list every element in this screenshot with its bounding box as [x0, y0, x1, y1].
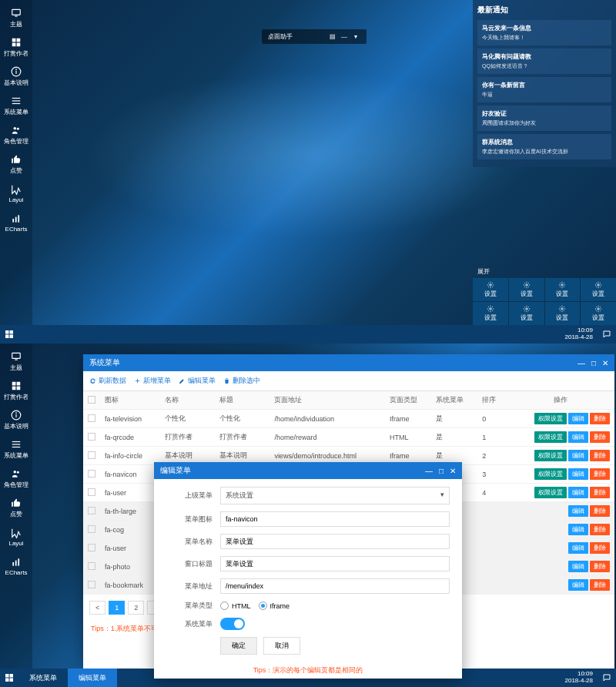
- widget-btn-1[interactable]: ▤: [328, 33, 337, 40]
- chat-icon[interactable]: [598, 673, 616, 682]
- radio-iframe[interactable]: Iframe: [259, 602, 290, 610]
- delete-button[interactable]: 删除: [590, 524, 610, 535]
- page-2[interactable]: 2: [128, 601, 144, 615]
- sidebar-item-menu[interactable]: 系统菜单: [0, 91, 32, 120]
- delete-button[interactable]: 删除: [590, 542, 610, 554]
- page-1[interactable]: 1: [109, 601, 125, 615]
- widget-btn-3[interactable]: ▾: [351, 33, 360, 40]
- tile-settings[interactable]: 设置: [581, 278, 616, 301]
- sidebar-item-theme[interactable]: 主题: [0, 3, 32, 32]
- tile-settings[interactable]: 设置: [545, 302, 581, 325]
- toolbar-add[interactable]: 新增菜单: [134, 376, 171, 386]
- edit-button[interactable]: 编辑: [568, 542, 588, 554]
- delete-button[interactable]: 删除: [590, 450, 610, 461]
- row-checkbox[interactable]: [88, 581, 95, 588]
- sidebar-item-layui[interactable]: Layui: [0, 522, 32, 551]
- row-checkbox[interactable]: [88, 562, 95, 570]
- sidebar-item-reward[interactable]: 打赏作者: [0, 32, 32, 62]
- row-checkbox[interactable]: [88, 525, 95, 533]
- delete-button[interactable]: 删除: [590, 561, 610, 572]
- cancel-button[interactable]: 取消: [263, 637, 300, 655]
- row-checkbox[interactable]: [88, 488, 95, 496]
- row-checkbox[interactable]: [88, 544, 95, 551]
- radio-html[interactable]: HTML: [220, 602, 251, 610]
- perm-button[interactable]: 权限设置: [534, 450, 567, 461]
- ok-button[interactable]: 确定: [220, 637, 257, 655]
- edit-button[interactable]: 编辑: [568, 431, 588, 443]
- icon-input[interactable]: [220, 511, 450, 527]
- delete-button[interactable]: 删除: [590, 505, 610, 517]
- edit-button[interactable]: 编辑: [568, 487, 588, 498]
- notif-item[interactable]: 马化腾有问题请教QQ如何发送语音？: [477, 49, 611, 74]
- edit-button[interactable]: 编辑: [568, 579, 588, 591]
- desktop-widget[interactable]: 桌面助手 ▤—▾: [262, 29, 367, 44]
- parent-select[interactable]: 系统设置▾: [220, 487, 450, 504]
- row-checkbox[interactable]: [88, 433, 95, 441]
- notif-item[interactable]: 好友验证周围圆请求加你为好友: [477, 106, 611, 131]
- sidebar-item-intro[interactable]: 基本说明: [0, 405, 32, 434]
- delete-button[interactable]: 删除: [590, 487, 610, 498]
- delete-button[interactable]: 删除: [590, 413, 610, 424]
- sys-switch[interactable]: [220, 618, 245, 630]
- tile-settings[interactable]: 设置: [509, 302, 544, 325]
- notif-item[interactable]: 你有一条新留言牛逼: [477, 77, 611, 102]
- sidebar-item-reward[interactable]: 打赏作者: [0, 376, 32, 405]
- tile-settings[interactable]: 设置: [473, 302, 508, 325]
- toolbar-edit[interactable]: 编辑菜单: [179, 376, 216, 386]
- sidebar-item-like[interactable]: 点赞: [0, 493, 32, 522]
- maximize-icon[interactable]: □: [591, 359, 596, 367]
- edit-button[interactable]: 编辑: [568, 413, 588, 424]
- edit-button[interactable]: 编辑: [568, 561, 588, 572]
- row-checkbox[interactable]: [88, 470, 95, 478]
- taskbar-tab-system-menu[interactable]: 系统菜单: [18, 669, 68, 687]
- row-checkbox[interactable]: [88, 451, 95, 459]
- sidebar-item-intro[interactable]: 基本说明: [0, 62, 32, 91]
- notif-item[interactable]: 马云发来一条信息今天晚上我请客！: [477, 20, 611, 45]
- tile-settings[interactable]: 设置: [473, 278, 508, 301]
- edit-button[interactable]: 编辑: [568, 450, 588, 461]
- perm-button[interactable]: 权限设置: [534, 413, 567, 424]
- perm-button[interactable]: 权限设置: [534, 431, 567, 443]
- titlebar[interactable]: 系统菜单 —□✕: [83, 354, 614, 371]
- perm-button[interactable]: 权限设置: [534, 487, 567, 498]
- edit-button[interactable]: 编辑: [568, 524, 588, 535]
- notif-item[interactable]: 群系统消息李彦宏邀请你加入百度AI技术交流群: [477, 134, 611, 159]
- close-icon[interactable]: ✕: [450, 467, 456, 475]
- tiles-expand[interactable]: 展开: [473, 265, 616, 278]
- tile-settings[interactable]: 设置: [545, 278, 581, 301]
- sidebar-item-roles[interactable]: 角色管理: [0, 464, 32, 493]
- taskbar-tab-edit-menu[interactable]: 编辑菜单: [68, 669, 117, 687]
- minimize-icon[interactable]: —: [578, 359, 585, 367]
- delete-button[interactable]: 删除: [590, 579, 610, 591]
- chat-icon[interactable]: [598, 330, 616, 339]
- row-checkbox[interactable]: [88, 414, 95, 422]
- row-checkbox[interactable]: [88, 507, 95, 514]
- edit-button[interactable]: 编辑: [568, 505, 588, 517]
- url-input[interactable]: [220, 578, 450, 594]
- toolbar-delete[interactable]: 删除选中: [223, 376, 260, 386]
- sidebar-item-like[interactable]: 点赞: [0, 149, 32, 179]
- delete-button[interactable]: 删除: [590, 431, 610, 443]
- sidebar-item-theme[interactable]: 主题: [0, 347, 32, 376]
- sidebar-item-echarts[interactable]: ECharts: [0, 551, 32, 581]
- titlebar[interactable]: 编辑菜单 —□✕: [154, 462, 462, 479]
- edit-button[interactable]: 编辑: [568, 468, 588, 480]
- toolbar-refresh[interactable]: 刷新数据: [89, 376, 126, 386]
- name-input[interactable]: [220, 534, 450, 549]
- page-prev[interactable]: <: [89, 601, 105, 615]
- perm-button[interactable]: 权限设置: [534, 468, 567, 480]
- tile-settings[interactable]: 设置: [581, 302, 616, 325]
- close-icon[interactable]: ✕: [602, 359, 608, 367]
- widget-btn-2[interactable]: —: [340, 33, 349, 40]
- wtitle-input[interactable]: [220, 556, 450, 571]
- start-button[interactable]: [0, 330, 18, 339]
- tile-settings[interactable]: 设置: [509, 278, 544, 301]
- sidebar-item-menu[interactable]: 系统菜单: [0, 434, 32, 464]
- sidebar-item-roles[interactable]: 角色管理: [0, 120, 32, 149]
- delete-button[interactable]: 删除: [590, 468, 610, 480]
- sidebar-item-echarts[interactable]: ECharts: [0, 208, 32, 237]
- start-button[interactable]: [0, 673, 18, 682]
- maximize-icon[interactable]: □: [439, 467, 444, 475]
- sidebar-item-layui[interactable]: Layui: [0, 179, 32, 208]
- checkbox-all[interactable]: [88, 396, 95, 404]
